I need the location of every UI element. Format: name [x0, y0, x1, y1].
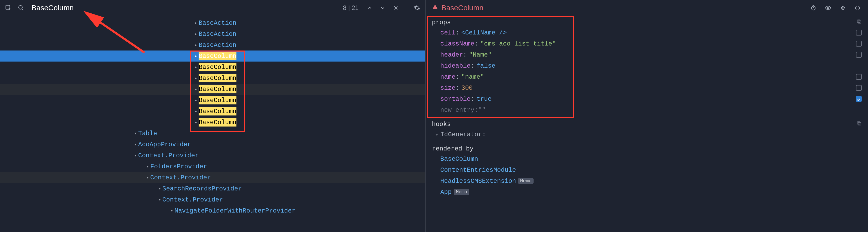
prop-row[interactable]: size: 300 — [426, 82, 868, 93]
rendered-by-row[interactable]: HeadlessCMSExtensionMemo — [426, 175, 868, 186]
prop-checkbox[interactable] — [856, 85, 862, 91]
tree-row[interactable]: ▾NavigateFolderWithRouterProvider — [0, 205, 425, 216]
tree-label: BaseAction — [198, 30, 237, 38]
chevron-down-icon[interactable]: ▾ — [169, 208, 175, 213]
component-tree[interactable]: ▸BaseAction▸BaseAction▸BaseAction▸BaseCo… — [0, 16, 425, 232]
prop-value: "cms-aco-list-title" — [480, 40, 556, 47]
prop-checkbox[interactable] — [856, 30, 862, 35]
tree-row[interactable]: ▾AcoAppProvider — [0, 139, 425, 150]
chevron-right-icon[interactable]: ▸ — [193, 31, 198, 36]
hook-row[interactable]: ▸IdGenerator: — [426, 129, 868, 140]
tree-row[interactable]: ▾Context.Provider — [0, 194, 425, 205]
chevron-right-icon[interactable]: ▸ — [193, 97, 198, 103]
rendered-by-row[interactable]: BaseColumn — [426, 153, 868, 165]
rendered-by-link[interactable]: App — [440, 188, 452, 196]
rendered-by-link[interactable]: ContentEntriesModule — [440, 167, 516, 174]
close-search-icon[interactable] — [392, 4, 400, 12]
tree-row[interactable]: ▾Context.Provider — [0, 172, 425, 183]
props-label: props — [432, 19, 451, 26]
rendered-by-row[interactable]: AppMemo — [426, 186, 868, 198]
chevron-right-icon[interactable]: ▸ — [193, 120, 198, 125]
chevron-right-icon[interactable]: ▸ — [193, 76, 198, 81]
tree-row[interactable]: ▸BaseColumn — [0, 62, 425, 72]
tree-label: Table — [138, 130, 157, 137]
next-result-icon[interactable] — [378, 4, 387, 12]
eye-icon[interactable] — [824, 4, 832, 12]
prop-row[interactable]: new entry: "" — [426, 105, 868, 115]
tree-label: BaseColumn — [198, 118, 237, 126]
prop-row[interactable]: name: "name" — [426, 71, 868, 82]
chevron-right-icon[interactable]: ▸ — [193, 42, 198, 48]
prop-key: header — [440, 51, 463, 58]
copy-icon[interactable] — [857, 121, 862, 128]
prop-checkbox[interactable] — [856, 52, 862, 58]
prop-value: "name" — [461, 74, 484, 81]
prop-row[interactable]: hideable: false — [426, 60, 868, 71]
svg-rect-21 — [857, 121, 860, 124]
prop-checkbox[interactable] — [856, 41, 862, 47]
inspect-icon[interactable] — [4, 4, 12, 12]
prop-row[interactable]: className: "cms-aco-list-title" — [426, 38, 868, 49]
source-icon[interactable] — [853, 4, 862, 12]
rendered-by-row[interactable]: ContentEntriesModule — [426, 165, 868, 175]
props-section: props cell: <CellName />className: "cms-… — [426, 16, 868, 118]
tree-row[interactable]: ▸BaseColumn — [0, 72, 425, 84]
chevron-down-icon[interactable]: ▾ — [133, 131, 138, 136]
tree-label: BaseAction — [198, 41, 237, 49]
bug-icon[interactable] — [839, 4, 847, 12]
chevron-down-icon[interactable]: ▾ — [145, 175, 150, 180]
chevron-down-icon[interactable]: ▾ — [145, 164, 150, 169]
tree-row[interactable]: ▸BaseAction — [0, 28, 425, 39]
chevron-right-icon[interactable]: ▸ — [193, 109, 198, 114]
rendered-by-link[interactable]: HeadlessCMSExtension — [440, 178, 516, 185]
tree-label: Context.Provider — [162, 196, 223, 203]
components-panel: 8 | 21 ▸BaseAction▸BaseAction▸BaseAction… — [0, 0, 426, 232]
prop-checkbox[interactable] — [856, 96, 862, 102]
prop-value: false — [476, 62, 495, 69]
tree-row[interactable]: ▸BaseAction — [0, 17, 425, 28]
tree-row[interactable]: ▸BaseColumn — [0, 51, 425, 62]
tree-row[interactable]: ▾SearchRecordsProvider — [0, 183, 425, 194]
tree-row[interactable]: ▸BaseColumn — [0, 106, 425, 117]
tree-row[interactable]: ▸BaseColumn — [0, 117, 425, 128]
svg-rect-6 — [435, 6, 435, 8]
tree-row[interactable]: ▸BaseColumn — [0, 84, 425, 95]
prop-key: name — [440, 74, 456, 81]
prop-row[interactable]: sortable: true — [426, 93, 868, 105]
chevron-down-icon[interactable]: ▾ — [133, 142, 138, 147]
tree-row[interactable]: ▾FoldersProvider — [0, 161, 425, 172]
tree-row[interactable]: ▾Context.Provider — [0, 150, 425, 161]
prop-row[interactable]: header: "Name" — [426, 49, 868, 60]
prev-result-icon[interactable] — [366, 4, 374, 12]
tree-label: BaseColumn — [198, 96, 237, 105]
tree-label: BaseColumn — [198, 63, 237, 71]
svg-point-8 — [811, 6, 815, 10]
copy-icon[interactable] — [857, 19, 862, 26]
tree-label: BaseColumn — [198, 52, 237, 60]
prop-key: sortable — [440, 95, 470, 103]
timer-icon[interactable] — [809, 4, 817, 12]
chevron-right-icon[interactable]: ▸ — [193, 87, 198, 92]
tree-row[interactable]: ▸BaseColumn — [0, 95, 425, 106]
tree-label: AcoAppProvider — [138, 141, 191, 148]
rendered-by-link[interactable]: BaseColumn — [440, 155, 478, 163]
chevron-down-icon[interactable]: ▾ — [157, 197, 162, 202]
tree-row[interactable]: ▾Table — [0, 128, 425, 139]
chevron-right-icon[interactable]: ▸ — [193, 53, 198, 59]
prop-row[interactable]: cell: <CellName /> — [426, 27, 868, 38]
chevron-down-icon[interactable]: ▾ — [133, 153, 138, 158]
memo-badge: Memo — [454, 189, 469, 195]
tree-row[interactable]: ▸BaseAction — [0, 39, 425, 51]
chevron-right-icon[interactable]: ▸ — [193, 20, 198, 26]
chevron-down-icon[interactable]: ▾ — [157, 186, 162, 191]
chevron-right-icon[interactable]: ▸ — [193, 64, 198, 70]
settings-icon[interactable] — [413, 4, 421, 12]
prop-value: <CellName /> — [461, 29, 507, 36]
search-input[interactable] — [29, 3, 339, 13]
warning-icon — [432, 4, 438, 12]
hook-label: IdGenerator — [440, 131, 482, 138]
prop-key: size — [440, 84, 456, 91]
search-icon — [17, 4, 25, 12]
prop-checkbox[interactable] — [856, 74, 862, 80]
chevron-right-icon[interactable]: ▸ — [436, 132, 438, 137]
